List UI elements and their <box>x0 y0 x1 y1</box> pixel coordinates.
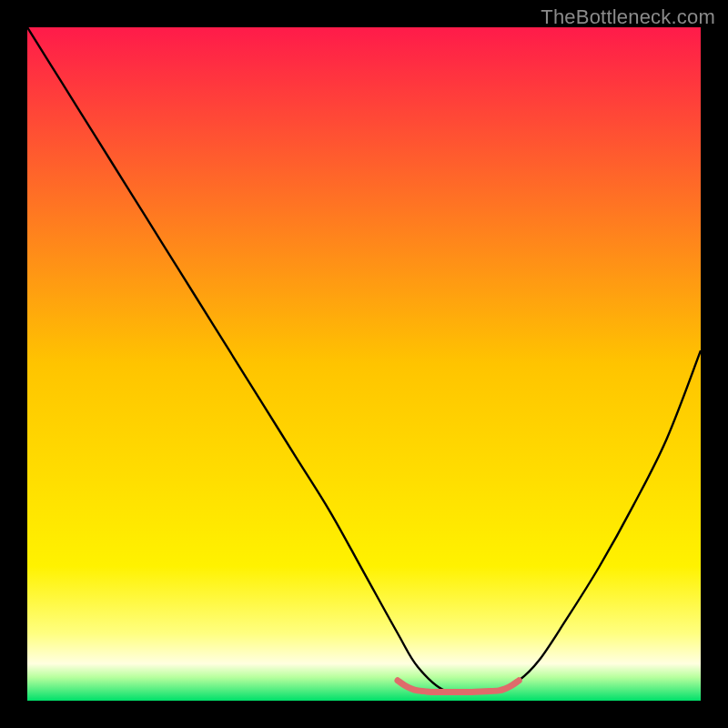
chart-frame: TheBottleneck.com <box>0 0 728 728</box>
watermark-text: TheBottleneck.com <box>541 5 715 29</box>
plot-area <box>27 27 701 701</box>
plot-svg <box>27 27 701 701</box>
gradient-background <box>27 27 701 701</box>
